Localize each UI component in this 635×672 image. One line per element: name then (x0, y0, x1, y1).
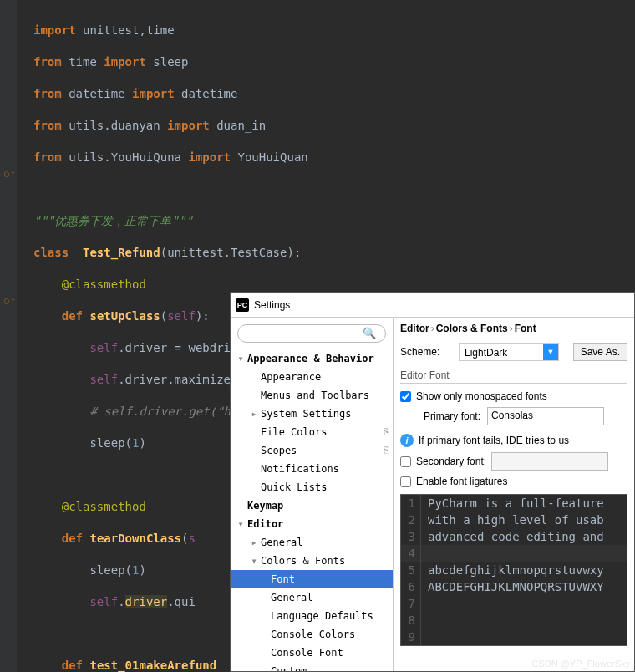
chevron-down-icon: ▼ (543, 344, 558, 360)
pycharm-icon: PC (236, 298, 249, 312)
tree-item-editor[interactable]: ▾Editor (231, 515, 393, 533)
preview-line-number: 9 (401, 629, 421, 645)
tree-item-appearance[interactable]: Appearance (231, 368, 393, 386)
chevron-icon: ▾ (234, 515, 247, 533)
breadcrumb: Editor›Colors & Fonts›Font (400, 323, 627, 334)
preview-line: ABCDEFGHIJKLMNOPQRSTUVWXY (421, 578, 604, 595)
search-icon: 🔍 (363, 327, 376, 339)
ligatures-label: Enable font ligatures (416, 476, 507, 487)
secondary-font-field[interactable] (491, 452, 608, 471)
tree-item-file-colors[interactable]: File Colors⎘ (231, 423, 393, 441)
preview-line-number: 7 (401, 595, 421, 612)
scheme-select[interactable]: LightDark▼ (459, 343, 559, 361)
secondary-font-checkbox[interactable] (400, 456, 411, 467)
tree-item-general[interactable]: ▸General (231, 533, 393, 552)
tree-item-scopes[interactable]: Scopes⎘ (231, 441, 393, 460)
tree-item-appearance-behavior[interactable]: ▾Appearance & Behavior (231, 349, 393, 368)
preview-line (421, 629, 428, 645)
save-as-button[interactable]: Save As. (573, 343, 627, 361)
tree-item-console-colors[interactable]: Console Colors (231, 625, 393, 644)
primary-font-field[interactable]: Consolas (487, 407, 604, 425)
show-mono-label: Show only monospaced fonts (416, 390, 547, 402)
copy-icon: ⎘ (384, 441, 389, 460)
tree-item-font[interactable]: Font (231, 570, 393, 588)
tree-item-system-settings[interactable]: ▸System Settings (231, 405, 393, 423)
info-text: If primary font fails, IDE tries to us (419, 435, 569, 446)
primary-font-label: Primary font: (424, 410, 480, 422)
settings-sidebar: 🔍 ▾Appearance & BehaviorAppearanceMenus … (231, 318, 394, 671)
tree-item-colors-fonts[interactable]: ▾Colors & Fonts (231, 552, 393, 570)
preview-line: with a high level of usab (421, 512, 604, 528)
preview-line (421, 595, 428, 612)
watermark: CSDN @YP_FlowerSky (531, 659, 630, 669)
info-icon: i (400, 434, 414, 447)
preview-line-number: 1 (401, 495, 421, 512)
font-preview[interactable]: 1PyCharm is a full-feature2with a high l… (400, 494, 627, 646)
settings-tree: ▾Appearance & BehaviorAppearanceMenus an… (231, 349, 393, 671)
tree-item-quick-lists[interactable]: Quick Lists (231, 478, 393, 496)
preview-line-number: 2 (401, 512, 421, 528)
preview-line-number: 3 (401, 528, 421, 545)
dialog-titlebar[interactable]: PC Settings (231, 293, 634, 318)
settings-dialog: PC Settings 🔍 ▾Appearance & BehaviorAppe… (230, 292, 635, 672)
search-wrapper: 🔍 (237, 324, 386, 343)
preview-line (421, 612, 428, 629)
chevron-icon: ▾ (234, 349, 247, 368)
tree-item-language-defaults[interactable]: Language Defaults (231, 607, 393, 625)
chevron-icon: ▸ (247, 533, 261, 552)
settings-main-panel: Editor›Colors & Fonts›Font Scheme: Light… (394, 318, 634, 671)
tree-item-general[interactable]: General (231, 588, 393, 607)
editor-font-section: Editor Font (400, 369, 627, 384)
tree-item-menus-and-toolbars[interactable]: Menus and Toolbars (231, 386, 393, 405)
tree-item-notifications[interactable]: Notifications (231, 460, 393, 478)
preview-line: abcdefghijklmnopqrstuvwxy (421, 562, 604, 578)
ligatures-checkbox[interactable] (400, 476, 411, 487)
preview-line-number: 8 (401, 612, 421, 629)
preview-line: PyCharm is a full-feature (421, 495, 604, 512)
show-mono-checkbox[interactable] (400, 391, 411, 402)
tree-item-keymap[interactable]: Keymap (231, 496, 393, 515)
tree-item-console-font[interactable]: Console Font (231, 644, 393, 662)
preview-line-number: 5 (401, 562, 421, 578)
dialog-title: Settings (254, 299, 290, 311)
secondary-font-label: Secondary font: (416, 456, 486, 467)
preview-line (421, 545, 428, 562)
chevron-icon: ▾ (247, 552, 261, 570)
scheme-label: Scheme: (400, 346, 452, 358)
chevron-icon: ▸ (247, 405, 261, 423)
copy-icon: ⎘ (384, 423, 389, 441)
preview-line-number: 6 (401, 578, 421, 595)
preview-line-number: 4 (401, 545, 421, 562)
tree-item-custom[interactable]: Custom (231, 662, 393, 671)
preview-line: advanced code editing and (421, 528, 604, 545)
